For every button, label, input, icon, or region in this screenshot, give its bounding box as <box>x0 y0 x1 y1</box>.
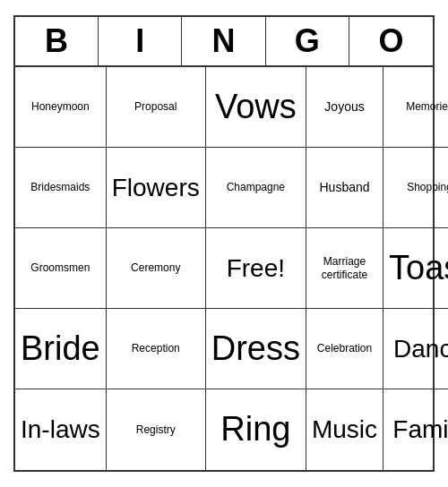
bingo-cell: Flowers <box>107 148 206 228</box>
bingo-cell: Ring <box>206 389 306 470</box>
cell-text: Honeymoon <box>31 100 90 113</box>
cell-text: Champagne <box>227 181 285 193</box>
bingo-card: BINGO HoneymoonProposalVowsJoyousMemorie… <box>13 15 435 472</box>
bingo-cell: Registry <box>107 389 206 470</box>
bingo-cell: Champagne <box>206 148 306 228</box>
bingo-cell: Vows <box>206 67 306 148</box>
bingo-cell: Memories <box>383 67 448 148</box>
cell-text: Proposal <box>134 100 177 113</box>
cell-text: In-laws <box>21 414 100 445</box>
cell-text: Ring <box>220 409 290 450</box>
bingo-cell: Husband <box>306 148 383 228</box>
cell-text: Toast <box>389 248 448 289</box>
cell-text: Family <box>392 414 448 445</box>
cell-text: Groomsmen <box>30 261 90 274</box>
cell-text: Memories <box>406 100 448 113</box>
cell-text: Bridesmaids <box>30 181 90 193</box>
bingo-header: BINGO <box>15 17 433 67</box>
cell-text: Celebration <box>317 342 372 355</box>
bingo-cell: Bride <box>15 309 107 389</box>
bingo-cell: Bridesmaids <box>15 148 107 228</box>
cell-text: Bride <box>21 329 100 370</box>
cell-text: Ceremony <box>131 261 180 274</box>
cell-text: Shopping <box>407 181 448 193</box>
cell-text: Registry <box>136 423 176 436</box>
cell-text: Dance <box>393 334 448 364</box>
bingo-cell: Joyous <box>306 67 383 148</box>
bingo-cell: Celebration <box>306 309 383 389</box>
bingo-cell: Reception <box>107 309 206 389</box>
header-letter: N <box>182 17 265 65</box>
bingo-cell: Dance <box>383 309 448 389</box>
cell-text: Reception <box>132 342 180 355</box>
bingo-cell: In-laws <box>15 389 107 470</box>
cell-text: Free! <box>227 253 285 284</box>
cell-text: Joyous <box>324 99 364 115</box>
bingo-cell: Shopping <box>383 148 448 228</box>
bingo-cell: Family <box>383 389 448 470</box>
header-letter: I <box>99 17 182 65</box>
cell-text: Husband <box>320 180 370 195</box>
cell-text: Vows <box>215 87 297 128</box>
bingo-cell: Marriage certificate <box>306 228 383 309</box>
bingo-cell: Ceremony <box>107 228 206 309</box>
bingo-cell: Dress <box>206 309 306 389</box>
bingo-cell: Groomsmen <box>15 228 107 309</box>
cell-text: Dress <box>211 329 300 370</box>
bingo-grid: HoneymoonProposalVowsJoyousMemoriesBride… <box>15 67 433 470</box>
bingo-cell: Proposal <box>107 67 206 148</box>
cell-text: Marriage certificate <box>312 255 377 281</box>
bingo-cell: Free! <box>206 228 306 309</box>
header-letter: O <box>349 17 433 65</box>
bingo-cell: Toast <box>383 228 448 309</box>
bingo-cell: Honeymoon <box>15 67 107 148</box>
header-letter: G <box>266 17 349 65</box>
cell-text: Music <box>312 414 377 445</box>
cell-text: Flowers <box>112 173 200 203</box>
header-letter: B <box>15 17 99 65</box>
bingo-cell: Music <box>306 389 383 470</box>
